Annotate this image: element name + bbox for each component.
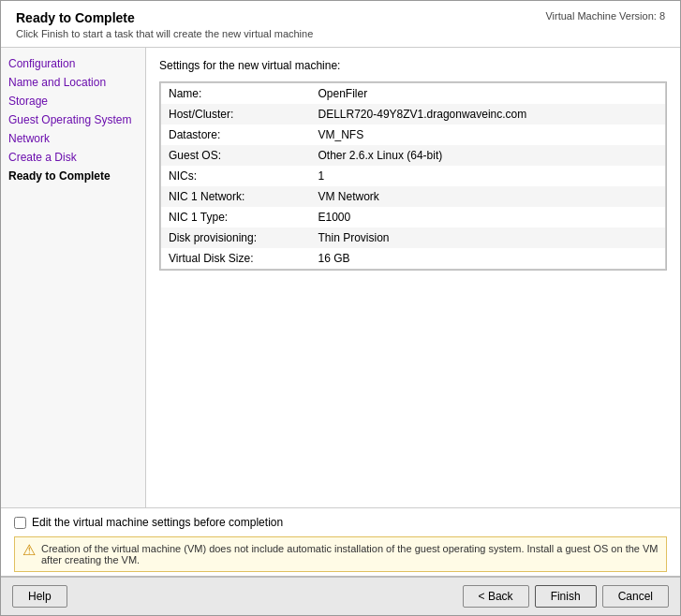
footer: Help < Back Finish Cancel — [1, 576, 680, 615]
table-row: Guest OS:Other 2.6.x Linux (64-bit) — [161, 145, 666, 166]
header-left: Ready to Complete Click Finish to start … — [16, 10, 313, 39]
footer-right: < Back Finish Cancel — [463, 585, 669, 608]
setting-label: NIC 1 Network: — [161, 186, 311, 207]
warning-text: Creation of the virtual machine (VM) doe… — [41, 543, 659, 565]
setting-value: Thin Provision — [311, 227, 666, 248]
sidebar-link-storage[interactable]: Storage — [8, 95, 48, 108]
sidebar-item-create-disk[interactable]: Create a Disk — [8, 151, 138, 164]
table-row: Virtual Disk Size:16 GB — [161, 248, 666, 270]
back-button[interactable]: < Back — [463, 585, 529, 608]
checkbox-row: Edit the virtual machine settings before… — [14, 516, 667, 529]
dialog-body: ConfigurationName and LocationStorageGue… — [1, 48, 680, 507]
section-title: Settings for the new virtual machine: — [159, 59, 667, 72]
setting-value: 16 GB — [311, 248, 666, 270]
setting-label: Disk provisioning: — [161, 227, 311, 248]
dialog-title: Ready to Complete — [16, 10, 313, 25]
dialog: Ready to Complete Click Finish to start … — [0, 0, 681, 616]
sidebar-item-configuration[interactable]: Configuration — [8, 57, 138, 70]
cancel-button[interactable]: Cancel — [602, 585, 669, 608]
main-content: Settings for the new virtual machine: Na… — [146, 48, 680, 507]
setting-value: Other 2.6.x Linux (64-bit) — [311, 145, 666, 166]
edit-settings-checkbox[interactable] — [14, 517, 26, 529]
setting-value: 1 — [311, 166, 666, 186]
settings-table-wrapper: Name:OpenFilerHost/Cluster:DELLR720-49Y8… — [159, 81, 667, 271]
sidebar-item-network[interactable]: Network — [8, 132, 138, 145]
table-row: Name:OpenFiler — [161, 83, 666, 105]
table-row: NICs:1 — [161, 166, 666, 186]
setting-label: NICs: — [161, 166, 311, 186]
setting-label: Guest OS: — [161, 145, 311, 166]
table-row: NIC 1 Network:VM Network — [161, 186, 666, 207]
setting-value: OpenFiler — [311, 83, 666, 105]
finish-button[interactable]: Finish — [535, 585, 597, 608]
edit-settings-label[interactable]: Edit the virtual machine settings before… — [32, 516, 283, 529]
sidebar-item-storage[interactable]: Storage — [8, 95, 138, 108]
setting-value: VM Network — [311, 186, 666, 207]
setting-label: Virtual Disk Size: — [161, 248, 311, 270]
sidebar-item-ready: Ready to Complete — [8, 169, 138, 183]
bottom-section: Edit the virtual machine settings before… — [1, 507, 680, 576]
table-row: Host/Cluster:DELLR720-49Y8ZV1.dragonwave… — [161, 104, 666, 125]
sidebar-link-create-disk[interactable]: Create a Disk — [8, 151, 77, 164]
table-row: Disk provisioning:Thin Provision — [161, 227, 666, 248]
setting-value: E1000 — [311, 207, 666, 227]
sidebar-item-guest-os[interactable]: Guest Operating System — [8, 113, 138, 126]
sidebar: ConfigurationName and LocationStorageGue… — [1, 48, 146, 507]
table-row: NIC 1 Type:E1000 — [161, 207, 666, 227]
vm-version: Virtual Machine Version: 8 — [545, 10, 665, 22]
settings-table: Name:OpenFilerHost/Cluster:DELLR720-49Y8… — [160, 82, 666, 270]
sidebar-link-network[interactable]: Network — [8, 132, 50, 145]
setting-label: Datastore: — [161, 125, 311, 145]
setting-label: NIC 1 Type: — [161, 207, 311, 227]
sidebar-link-name-location[interactable]: Name and Location — [8, 76, 106, 89]
warning-row: ⚠ Creation of the virtual machine (VM) d… — [14, 536, 667, 572]
setting-value: DELLR720-49Y8ZV1.dragonwaveinc.com — [311, 104, 666, 125]
setting-label: Host/Cluster: — [161, 104, 311, 125]
setting-label: Name: — [161, 83, 311, 105]
sidebar-link-guest-os[interactable]: Guest Operating System — [8, 113, 131, 126]
setting-value: VM_NFS — [311, 125, 666, 145]
dialog-header: Ready to Complete Click Finish to start … — [1, 1, 680, 48]
table-row: Datastore:VM_NFS — [161, 125, 666, 145]
help-button[interactable]: Help — [12, 585, 67, 608]
warning-icon: ⚠ — [22, 543, 36, 558]
dialog-subtitle: Click Finish to start a task that will c… — [16, 28, 313, 39]
sidebar-item-name-location[interactable]: Name and Location — [8, 76, 138, 89]
sidebar-link-configuration[interactable]: Configuration — [8, 57, 75, 70]
